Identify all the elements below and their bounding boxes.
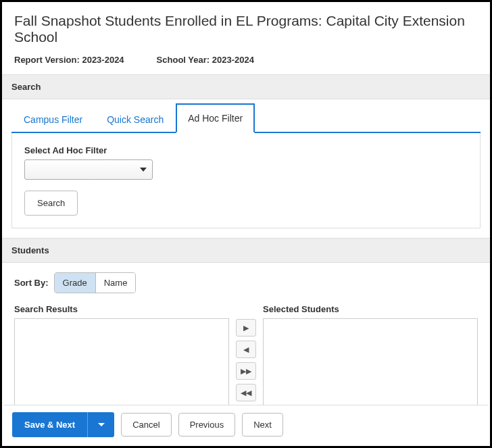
move-right-button[interactable]: ▶ [236, 319, 256, 337]
tab-content-ad-hoc: Select Ad Hoc Filter Search [11, 133, 481, 228]
report-version: Report Version: 2023-2024 [14, 55, 124, 65]
next-button[interactable]: Next [242, 413, 283, 437]
save-and-next-button[interactable]: Save & Next [12, 412, 87, 437]
triangle-left-icon: ◀ [243, 345, 249, 354]
school-year-value: 2023-2024 [212, 55, 254, 65]
search-results-list[interactable] [14, 318, 229, 406]
report-version-label: Report Version: [14, 55, 80, 65]
cancel-button[interactable]: Cancel [121, 413, 171, 437]
adhoc-filter-label: Select Ad Hoc Filter [24, 145, 468, 155]
move-left-button[interactable]: ◀ [236, 341, 256, 358]
search-tabs: Campus Filter Quick Search Ad Hoc Filter [11, 102, 481, 133]
sort-by-toggle: Grade Name [54, 272, 137, 293]
triangle-right-icon: ▶ [243, 324, 249, 332]
page-title: Fall Snapshot Students Enrolled in EL Pr… [2, 2, 490, 55]
selected-students-label: Selected Students [263, 304, 478, 314]
tab-quick-search[interactable]: Quick Search [95, 105, 176, 133]
search-section-header: Search [2, 74, 490, 99]
search-button[interactable]: Search [24, 191, 78, 216]
school-year-label: School Year: [157, 55, 210, 65]
double-left-icon: ◀◀ [241, 389, 251, 397]
chevron-down-icon [98, 423, 105, 426]
search-results-label: Search Results [14, 304, 229, 314]
footer-bar: Save & Next Cancel Previous Next [4, 405, 488, 444]
meta-row: Report Version: 2023-2024 School Year: 2… [2, 55, 490, 74]
sort-by-name[interactable]: Name [96, 273, 136, 293]
adhoc-filter-select[interactable] [24, 159, 153, 180]
tab-campus-filter[interactable]: Campus Filter [11, 105, 95, 133]
chevron-down-icon [140, 168, 147, 172]
report-version-value: 2023-2024 [82, 55, 124, 65]
move-all-right-button[interactable]: ▶▶ [236, 362, 256, 380]
save-and-next-dropdown[interactable] [87, 412, 114, 437]
previous-button[interactable]: Previous [178, 413, 236, 437]
move-all-left-button[interactable]: ◀◀ [236, 384, 256, 401]
sort-by-label: Sort By: [14, 278, 49, 288]
tab-ad-hoc-filter[interactable]: Ad Hoc Filter [176, 103, 255, 133]
selected-students-list[interactable] [263, 318, 478, 406]
double-right-icon: ▶▶ [241, 367, 251, 376]
sort-by-grade[interactable]: Grade [55, 273, 96, 293]
school-year: School Year: 2023-2024 [157, 55, 254, 65]
students-section-header: Students [2, 238, 490, 263]
